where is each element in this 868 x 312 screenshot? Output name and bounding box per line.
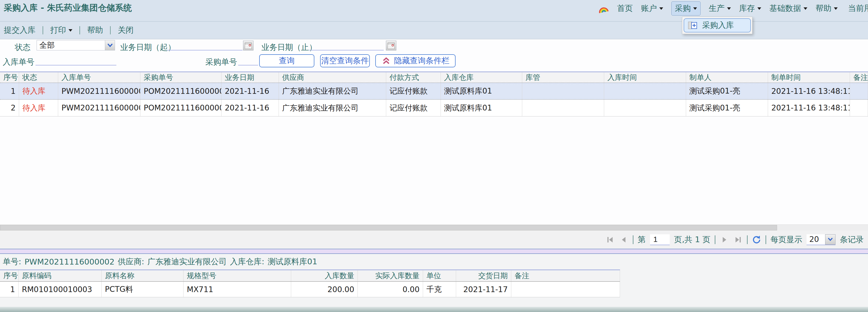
status-cell: 待入库 — [19, 83, 58, 99]
column-header[interactable]: 状态 — [19, 72, 58, 83]
query-button[interactable]: 查询 — [259, 54, 314, 67]
hide-query-panel-button[interactable]: 隐藏查询条件栏 — [375, 54, 456, 67]
records-label: 条记录 — [840, 234, 864, 245]
column-header[interactable]: 业务日期 — [221, 72, 279, 83]
menu-item-purchase-inbound[interactable]: 采购入库 — [684, 18, 751, 32]
column-header[interactable]: 单位 — [423, 270, 456, 281]
per-page-select[interactable]: 20 — [807, 234, 836, 245]
order-no-label: 单号: — [3, 256, 21, 267]
table-cell — [511, 282, 620, 297]
po-no-label: 采购单号 — [206, 57, 237, 68]
menu-account[interactable]: 账户 — [641, 3, 663, 14]
table-cell: MX711 — [184, 282, 291, 297]
last-page-icon[interactable] — [733, 235, 743, 244]
query-panel: 状态 全部 业务日期（起） 业务日期（止） — [0, 39, 868, 71]
submit-inbound-button[interactable]: 提交入库 — [4, 25, 35, 36]
column-header[interactable]: 入库数量 — [291, 270, 358, 281]
menu-production[interactable]: 生产 — [709, 3, 731, 14]
calendar-icon[interactable] — [243, 41, 253, 50]
table-cell — [522, 83, 604, 99]
column-header[interactable]: 交货日期 — [456, 270, 511, 281]
first-page-icon[interactable] — [606, 235, 615, 244]
column-header[interactable]: 实际入库数量 — [358, 270, 423, 281]
panel-splitter[interactable] — [0, 249, 868, 254]
column-header[interactable]: 供应商 — [279, 72, 386, 83]
page-number-input[interactable] — [650, 234, 670, 245]
table-cell: 测试采购01-亮 — [686, 83, 768, 99]
app-window: 采购入库 - 朱氏药业集团仓储系统 首页 账户 采购 生产 库存 基础数据 — [0, 0, 868, 312]
table-cell: 广东雅迪实业有限公司 — [279, 83, 386, 99]
page-suffix-label: 页,共 1 页 — [674, 234, 710, 245]
inbound-no-label: 入库单号 — [3, 57, 34, 68]
column-header[interactable]: 付款方式 — [386, 72, 441, 83]
column-header[interactable]: 采购单号 — [141, 72, 221, 83]
table-row[interactable]: 2待入库PWM20211116000001POM2021111600000120… — [0, 100, 868, 116]
column-header[interactable]: 入库时间 — [604, 72, 686, 83]
prev-page-icon[interactable] — [619, 235, 628, 244]
calendar-icon[interactable] — [386, 41, 396, 50]
table-cell: 2 — [0, 100, 19, 116]
page-title: 采购入库 - 朱氏药业集团仓储系统 — [4, 2, 132, 14]
column-header[interactable]: 序号 — [0, 270, 19, 281]
date-from-input[interactable] — [167, 40, 243, 50]
table-cell — [604, 83, 686, 99]
table-cell: PCTG料 — [102, 282, 184, 297]
toolbar-separator — [110, 26, 111, 34]
refresh-icon[interactable] — [752, 235, 761, 244]
column-header[interactable]: 备注 — [850, 72, 868, 83]
column-header[interactable]: 序号 — [0, 72, 19, 83]
po-no-input[interactable] — [238, 55, 258, 65]
chevron-down-icon — [693, 7, 697, 10]
menu-help[interactable]: 帮助 — [815, 3, 838, 14]
table-cell — [850, 100, 868, 116]
column-header[interactable]: 库管 — [522, 72, 604, 83]
help-button[interactable]: 帮助 — [87, 25, 103, 36]
inbound-no-input[interactable] — [35, 55, 116, 65]
table-row[interactable]: 1待入库PWM20211116000002POM2021111600000120… — [0, 83, 868, 100]
column-header[interactable]: 备注 — [511, 270, 620, 281]
status-select[interactable]: 全部 — [37, 40, 115, 50]
page-prefix-label: 第 — [638, 234, 646, 245]
menu-purchase[interactable]: 采购 — [671, 1, 701, 15]
horizontal-scrollbar[interactable] — [0, 224, 868, 231]
table-cell: 0.00 — [358, 282, 423, 297]
table-cell: PWM20211116000001 — [58, 100, 141, 116]
table-cell: 2021-11-17 — [456, 282, 511, 297]
print-button[interactable]: 打印 — [50, 25, 72, 36]
chevron-down-icon — [727, 7, 731, 10]
column-header[interactable]: 入库仓库 — [441, 72, 522, 83]
close-button[interactable]: 关闭 — [118, 25, 133, 36]
clear-query-button[interactable]: 清空查询条件 — [320, 54, 370, 67]
supplier-value: 广东雅迪实业有限公司 — [148, 256, 227, 267]
chevron-down-icon — [757, 7, 761, 10]
column-header[interactable]: 原料名称 — [102, 270, 184, 281]
chevron-down-icon — [659, 7, 663, 10]
toolbar-separator — [80, 26, 80, 34]
table-cell: RM010100010003 — [19, 282, 102, 297]
menu-inventory[interactable]: 库存 — [739, 3, 761, 14]
pagination-separator — [715, 235, 715, 244]
table-header-row: 序号原料编码原料名称规格型号入库数量实际入库数量单位交货日期备注 — [0, 270, 620, 282]
chevron-down-icon — [825, 234, 836, 245]
column-header[interactable]: 原料编码 — [19, 270, 102, 281]
bottom-edge-strip — [0, 307, 868, 312]
next-page-icon[interactable] — [720, 235, 729, 244]
warehouse-value: 测试原料库01 — [268, 256, 317, 267]
column-header[interactable]: 制单人 — [686, 72, 768, 83]
table-cell — [522, 100, 604, 116]
column-header[interactable]: 制单时间 — [768, 72, 850, 83]
table-cell: 测试原料库01 — [441, 100, 522, 116]
main-menu: 首页 账户 采购 生产 库存 基础数据 帮助 当前用 — [597, 0, 868, 17]
date-to-input[interactable] — [309, 40, 384, 50]
column-header[interactable]: 规格型号 — [184, 270, 291, 281]
table-row[interactable]: 1RM010100010003PCTG料MX711200.000.00千克202… — [0, 282, 620, 297]
menu-basedata[interactable]: 基础数据 — [769, 3, 807, 14]
status-cell: 待入库 — [19, 100, 58, 116]
table-cell: POM20211116000001 — [141, 100, 221, 116]
table-cell: 千克 — [423, 282, 456, 297]
column-header[interactable]: 入库单号 — [58, 72, 141, 83]
scrollbar-thumb[interactable] — [0, 225, 777, 231]
menu-home[interactable]: 首页 — [617, 3, 633, 14]
table-cell: 2021-11-16 13:48:11 — [768, 83, 850, 99]
table-cell: 记应付账款 — [386, 83, 441, 99]
